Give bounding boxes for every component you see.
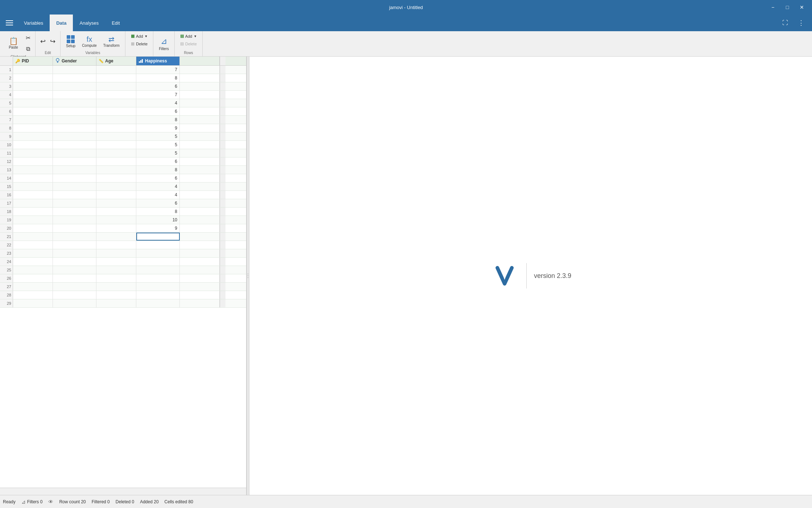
cell-gender[interactable] xyxy=(53,82,96,90)
cell-pid[interactable] xyxy=(13,82,53,90)
cell-extra[interactable] xyxy=(180,66,220,74)
cell-pid[interactable] xyxy=(13,124,53,132)
cell-pid[interactable] xyxy=(13,258,53,266)
cell-happiness[interactable]: 5 xyxy=(136,149,180,157)
cell-extra[interactable] xyxy=(180,241,220,249)
cell-extra[interactable] xyxy=(180,274,220,282)
cell-extra[interactable] xyxy=(180,91,220,99)
close-button[interactable]: ✕ xyxy=(795,2,808,13)
cell-pid[interactable] xyxy=(13,141,53,149)
cell-age[interactable] xyxy=(96,208,136,216)
hamburger-menu-button[interactable] xyxy=(1,17,17,28)
cell-age[interactable] xyxy=(96,283,136,291)
cell-gender[interactable] xyxy=(53,174,96,182)
cell-gender[interactable] xyxy=(53,141,96,149)
cell-happiness[interactable]: 6 xyxy=(136,199,180,207)
cell-happiness[interactable]: 6 xyxy=(136,157,180,165)
cell-age[interactable] xyxy=(96,174,136,182)
delete-row-button[interactable]: ▤ Delete xyxy=(178,40,199,47)
cell-happiness[interactable]: 9 xyxy=(136,224,180,232)
cell-extra[interactable] xyxy=(180,124,220,132)
cell-extra[interactable] xyxy=(180,74,220,82)
cell-pid[interactable] xyxy=(13,199,53,207)
cell-pid[interactable] xyxy=(13,66,53,74)
cell-gender[interactable] xyxy=(53,191,96,199)
cut-button[interactable]: ✂ xyxy=(24,33,32,43)
cell-happiness[interactable]: 8 xyxy=(136,166,180,174)
cell-gender[interactable] xyxy=(53,283,96,291)
column-header-pid[interactable]: 🔑 PID xyxy=(13,57,53,65)
cell-extra[interactable] xyxy=(180,208,220,216)
cell-pid[interactable] xyxy=(13,299,53,307)
cell-pid[interactable] xyxy=(13,224,53,232)
undo-button[interactable]: ↩ xyxy=(38,36,47,47)
cell-extra[interactable] xyxy=(180,199,220,207)
redo-button[interactable]: ↪ xyxy=(48,36,57,47)
cell-happiness[interactable]: 10 xyxy=(136,216,180,224)
cell-gender[interactable] xyxy=(53,224,96,232)
cell-happiness[interactable]: 9 xyxy=(136,124,180,132)
cell-age[interactable] xyxy=(96,224,136,232)
cell-age[interactable] xyxy=(96,258,136,266)
cell-pid[interactable] xyxy=(13,233,53,241)
cell-extra[interactable] xyxy=(180,191,220,199)
cell-age[interactable] xyxy=(96,266,136,274)
fullscreen-button[interactable]: ⛶ xyxy=(779,17,792,28)
cell-pid[interactable] xyxy=(13,174,53,182)
cell-gender[interactable] xyxy=(53,66,96,74)
cell-happiness[interactable]: 4 xyxy=(136,99,180,107)
cell-gender[interactable] xyxy=(53,258,96,266)
paste-button[interactable]: 📋 Paste xyxy=(4,36,22,51)
cell-age[interactable] xyxy=(96,199,136,207)
cell-age[interactable] xyxy=(96,107,136,115)
column-header-happiness[interactable]: Happiness xyxy=(136,57,180,65)
cell-gender[interactable] xyxy=(53,107,96,115)
cell-gender[interactable] xyxy=(53,157,96,165)
horizontal-scrollbar[interactable] xyxy=(0,488,246,495)
cell-extra[interactable] xyxy=(180,224,220,232)
more-options-button[interactable]: ⋮ xyxy=(795,17,808,28)
cell-age[interactable] xyxy=(96,66,136,74)
cell-gender[interactable] xyxy=(53,208,96,216)
cell-happiness[interactable]: 6 xyxy=(136,107,180,115)
cell-gender[interactable] xyxy=(53,183,96,190)
cell-extra[interactable] xyxy=(180,291,220,299)
cell-happiness[interactable]: 8 xyxy=(136,208,180,216)
column-header-extra[interactable] xyxy=(180,57,220,65)
cell-extra[interactable] xyxy=(180,149,220,157)
cell-happiness[interactable]: 7 xyxy=(136,91,180,99)
cell-happiness[interactable] xyxy=(136,266,180,274)
cell-pid[interactable] xyxy=(13,149,53,157)
cell-gender[interactable] xyxy=(53,233,96,241)
cell-gender[interactable] xyxy=(53,216,96,224)
cell-age[interactable] xyxy=(96,132,136,140)
cell-happiness[interactable]: 4 xyxy=(136,191,180,199)
cell-age[interactable] xyxy=(96,233,136,241)
cell-age[interactable] xyxy=(96,149,136,157)
filters-button[interactable]: ⊿ Filters xyxy=(156,35,171,53)
cell-happiness[interactable] xyxy=(136,274,180,282)
cell-gender[interactable] xyxy=(53,249,96,257)
cell-gender[interactable] xyxy=(53,166,96,174)
minimize-button[interactable]: − xyxy=(766,2,779,13)
cell-extra[interactable] xyxy=(180,141,220,149)
cell-age[interactable] xyxy=(96,157,136,165)
panel-resize-handle[interactable] xyxy=(246,57,249,495)
cell-gender[interactable] xyxy=(53,291,96,299)
cell-age[interactable] xyxy=(96,166,136,174)
cell-happiness[interactable] xyxy=(136,258,180,266)
cell-happiness[interactable]: 6 xyxy=(136,82,180,90)
cell-gender[interactable] xyxy=(53,299,96,307)
cell-age[interactable] xyxy=(96,124,136,132)
cell-happiness[interactable] xyxy=(136,241,180,249)
cell-pid[interactable] xyxy=(13,91,53,99)
vertical-scrollbar-track[interactable] xyxy=(220,57,225,65)
cell-age[interactable] xyxy=(96,299,136,307)
cell-gender[interactable] xyxy=(53,241,96,249)
cell-gender[interactable] xyxy=(53,74,96,82)
cell-extra[interactable] xyxy=(180,283,220,291)
cell-extra[interactable] xyxy=(180,99,220,107)
cell-happiness[interactable] xyxy=(136,233,180,241)
cell-age[interactable] xyxy=(96,99,136,107)
cell-happiness[interactable]: 5 xyxy=(136,141,180,149)
